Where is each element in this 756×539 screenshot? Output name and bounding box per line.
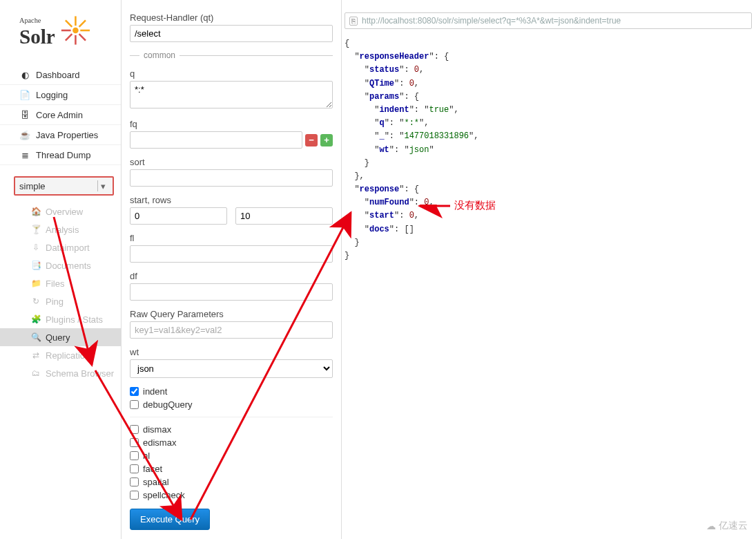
hl-label: hl xyxy=(143,451,150,461)
logging-icon: 📄 xyxy=(19,89,30,100)
spatial-label: spatial xyxy=(143,477,169,487)
subnav-label: Ping xyxy=(46,296,64,307)
thread-icon: ≣ xyxy=(19,149,30,160)
fq-remove-button[interactable]: − xyxy=(305,134,318,146)
watermark: ☁ 亿速云 xyxy=(706,520,748,532)
plugins-icon: 🧩 xyxy=(30,314,41,325)
annotation-text: 没有数据 xyxy=(454,199,496,212)
core-select-value: simple xyxy=(19,181,46,191)
fl-label: fl xyxy=(130,233,333,243)
nav-dashboard[interactable]: ◐Dashboard xyxy=(0,65,121,85)
debug-label: debugQuery xyxy=(143,399,193,410)
svg-line-5 xyxy=(66,20,72,26)
import-icon: ⇩ xyxy=(30,242,41,253)
spellcheck-checkbox[interactable] xyxy=(130,491,139,500)
logo-top: Apache xyxy=(19,17,41,24)
subnav-label: Replication xyxy=(46,350,90,361)
logo: Apache Solr xyxy=(0,7,121,65)
subnav-dataimport[interactable]: ⇩Dataimport xyxy=(0,238,121,256)
sort-label: sort xyxy=(130,157,333,167)
subnav-schema[interactable]: 🗂Schema Browser xyxy=(0,364,121,382)
common-divider: common xyxy=(130,50,333,60)
result-url-bar[interactable]: ⎘ http://localhost:8080/solr/simple/sele… xyxy=(345,12,752,29)
svg-point-0 xyxy=(72,28,79,34)
subnav-label: Dataimport xyxy=(46,243,90,253)
subnav-plugins[interactable]: 🧩Plugins / Stats xyxy=(0,310,121,328)
request-handler-label: Request-Handler (qt) xyxy=(130,12,333,23)
dismax-checkbox[interactable] xyxy=(130,425,139,434)
subnav-files[interactable]: 📁Files xyxy=(0,274,121,292)
nav-core-admin[interactable]: 🗄Core Admin xyxy=(0,105,121,125)
documents-icon: 📑 xyxy=(30,260,41,271)
indent-label: indent xyxy=(143,386,167,397)
replication-icon: ⇄ xyxy=(30,350,41,361)
subnav-label: Analysis xyxy=(46,225,79,235)
q-label: q xyxy=(130,68,333,79)
files-icon: 📁 xyxy=(30,278,41,289)
svg-line-7 xyxy=(66,34,72,40)
start-input[interactable] xyxy=(130,207,227,225)
svg-line-8 xyxy=(79,20,86,26)
df-label: df xyxy=(130,271,333,281)
chevron-down-icon: ▾ xyxy=(97,180,108,191)
sort-input[interactable] xyxy=(130,169,333,187)
start-rows-label: start, rows xyxy=(130,195,333,205)
nav-label: Core Admin xyxy=(36,110,83,120)
nav-label: Logging xyxy=(36,90,68,100)
subnav-label: Query xyxy=(46,332,70,343)
schema-icon: 🗂 xyxy=(30,368,41,379)
subnav-replication[interactable]: ⇄Replication xyxy=(0,346,121,364)
spatial-checkbox[interactable] xyxy=(130,477,139,486)
search-icon: 🔍 xyxy=(30,332,41,343)
fq-label: fq xyxy=(130,119,333,129)
link-icon: ⎘ xyxy=(349,17,358,26)
sidebar: Apache Solr ◐Dashboard 📄Logging 🗄Core xyxy=(0,0,121,539)
nav-logging[interactable]: 📄Logging xyxy=(0,85,121,105)
subnav-label: Plugins / Stats xyxy=(46,314,103,325)
query-form: Request-Handler (qt) common q fq − + sor… xyxy=(121,0,342,539)
nav-label: Dashboard xyxy=(36,70,80,80)
dismax-label: dismax xyxy=(143,424,171,435)
execute-query-button[interactable]: Execute Query xyxy=(130,509,210,530)
dashboard-icon: ◐ xyxy=(19,69,30,80)
subnav-label: Files xyxy=(46,278,64,289)
raw-input[interactable] xyxy=(130,321,333,339)
java-icon: ☕ xyxy=(19,129,30,140)
wt-label: wt xyxy=(130,347,333,357)
nav-thread-dump[interactable]: ≣Thread Dump xyxy=(0,145,121,165)
debug-checkbox[interactable] xyxy=(130,400,139,409)
nav-java-properties[interactable]: ☕Java Properties xyxy=(0,125,121,145)
subnav-overview[interactable]: 🏠Overview xyxy=(0,202,121,220)
raw-label: Raw Query Parameters xyxy=(130,309,333,319)
subnav-label: Overview xyxy=(46,207,83,217)
subnav-label: Documents xyxy=(46,261,91,271)
nav-label: Java Properties xyxy=(36,130,98,140)
json-output: { "responseHeader": { "status": 0, "QTim… xyxy=(342,29,756,263)
request-handler-input[interactable] xyxy=(130,25,333,42)
subnav-documents[interactable]: 📑Documents xyxy=(0,256,121,274)
df-input[interactable] xyxy=(130,283,333,301)
edismax-label: edismax xyxy=(143,437,176,448)
nav-label: Thread Dump xyxy=(36,150,90,160)
fq-add-button[interactable]: + xyxy=(320,134,333,146)
analysis-icon: 🍸 xyxy=(30,224,41,235)
result-panel: ⎘ http://localhost:8080/solr/simple/sele… xyxy=(342,0,756,539)
main-nav: ◐Dashboard 📄Logging 🗄Core Admin ☕Java Pr… xyxy=(0,65,121,165)
facet-label: facet xyxy=(143,464,162,474)
cloud-icon: ☁ xyxy=(706,520,716,531)
q-input[interactable] xyxy=(130,81,333,108)
fq-input[interactable] xyxy=(130,131,302,149)
hl-checkbox[interactable] xyxy=(130,451,139,460)
indent-checkbox[interactable] xyxy=(130,387,139,396)
core-selector[interactable]: simple ▾ xyxy=(14,176,114,196)
wt-select[interactable]: json xyxy=(130,359,333,378)
rows-input[interactable] xyxy=(235,207,333,225)
home-icon: 🏠 xyxy=(30,206,41,217)
edismax-checkbox[interactable] xyxy=(130,438,139,447)
fl-input[interactable] xyxy=(130,245,333,263)
subnav-query[interactable]: 🔍Query xyxy=(0,328,121,346)
facet-checkbox[interactable] xyxy=(130,464,139,473)
subnav-analysis[interactable]: 🍸Analysis xyxy=(0,220,121,238)
subnav-ping[interactable]: ↻Ping xyxy=(0,292,121,310)
core-admin-icon: 🗄 xyxy=(19,109,30,120)
